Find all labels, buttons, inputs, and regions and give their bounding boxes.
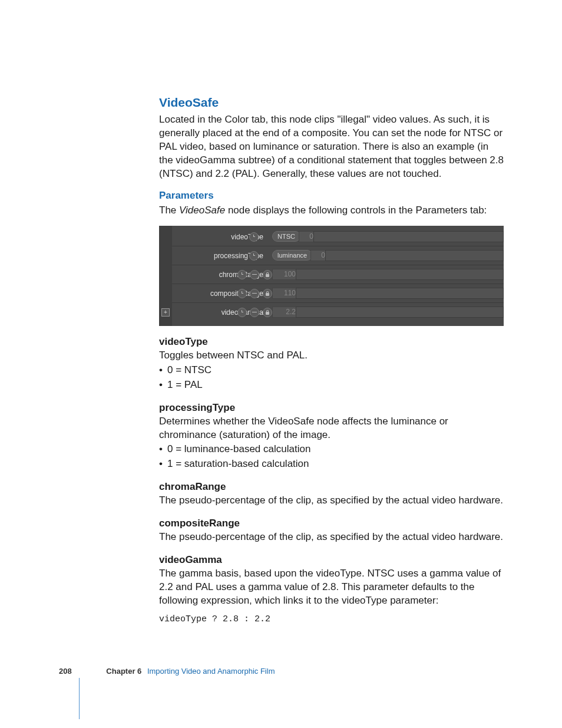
param-name: chromaRange: [159, 480, 504, 494]
list-item: 0 = NTSC: [159, 364, 504, 377]
node-name: VideoSafe: [179, 205, 225, 216]
param-desc: Determines whether the VideoSafe node af…: [159, 415, 504, 442]
expand-gutter: +: [159, 226, 172, 326]
page-number: 208: [59, 667, 72, 676]
key-icon[interactable]: [250, 289, 259, 298]
param-icons: [237, 307, 273, 317]
bullet-list: 0 = luminance-based calculation 1 = satu…: [159, 443, 504, 471]
expand-icon[interactable]: +: [161, 308, 170, 317]
param-icons: [249, 251, 259, 261]
doc-chromaRange: chromaRange The pseudo-percentage of the…: [159, 480, 504, 508]
slider-track[interactable]: [296, 288, 504, 299]
param-desc: The pseudo-percentage of the clip, as sp…: [159, 531, 504, 544]
row-videoGamma: videoGamma 2.2: [172, 304, 504, 321]
footer-rule: [79, 678, 80, 719]
list-item: 0 = luminance-based calculation: [159, 443, 504, 456]
row-chromaRange: chromaRange 100: [172, 266, 504, 284]
row-compositeRange: compositeRange 110: [172, 285, 504, 303]
doc-videoGamma: videoGamma The gamma basis, based upon t…: [159, 554, 504, 625]
row-videoType: videoType NTSC 0: [172, 228, 504, 246]
page-footer: 208 Chapter 6 Importing Video and Anamor…: [59, 666, 275, 677]
key-icon[interactable]: [250, 308, 259, 317]
param-name: videoType: [159, 335, 504, 349]
doc-compositeRange: compositeRange The pseudo-percentage of …: [159, 517, 504, 544]
section-heading: VideoSafe: [159, 94, 504, 111]
parameters-heading: Parameters: [159, 189, 504, 203]
lock-icon[interactable]: [263, 289, 272, 298]
clock-icon[interactable]: [249, 232, 259, 242]
param-icons: [237, 288, 273, 298]
chapter-label: Chapter 6: [106, 667, 141, 676]
enum-pill[interactable]: luminance: [272, 250, 312, 261]
clock-icon[interactable]: [237, 289, 247, 298]
param-desc: The pseudo-percentage of the clip, as sp…: [159, 494, 504, 508]
lock-icon[interactable]: [263, 270, 272, 279]
enum-pill[interactable]: NTSC: [272, 231, 300, 242]
param-name: videoGamma: [159, 554, 504, 567]
key-icon[interactable]: [250, 270, 259, 279]
clock-icon[interactable]: [237, 270, 247, 279]
doc-processingType: processingType Determines whether the Vi…: [159, 401, 504, 472]
param-desc: Toggles between NTSC and PAL.: [159, 349, 504, 363]
bullet-list: 0 = NTSC 1 = PAL: [159, 364, 504, 392]
list-item: 1 = saturation-based calculation: [159, 457, 504, 471]
text: node displays the following controls in …: [225, 205, 487, 216]
clock-icon[interactable]: [249, 251, 259, 261]
param-icons: [249, 232, 259, 242]
clock-icon[interactable]: [237, 308, 247, 317]
param-icons: [237, 269, 273, 279]
chapter-title: Importing Video and Anamorphic Film: [147, 667, 275, 676]
intro-paragraph: Located in the Color tab, this node clip…: [159, 113, 504, 181]
slider-track[interactable]: [313, 231, 504, 242]
slider-track[interactable]: [296, 269, 504, 280]
param-name: compositeRange: [159, 517, 504, 531]
slider-track[interactable]: [325, 250, 504, 261]
value-field[interactable]: 110: [272, 288, 299, 299]
doc-videoType: videoType Toggles between NTSC and PAL. …: [159, 335, 504, 392]
value-field[interactable]: 100: [272, 269, 299, 280]
text: The: [159, 205, 179, 216]
lock-icon[interactable]: [263, 308, 272, 317]
list-item: 1 = PAL: [159, 378, 504, 392]
slider-track[interactable]: [296, 307, 504, 318]
parameters-intro: The VideoSafe node displays the followin…: [159, 204, 504, 218]
code-expression: videoType ? 2.8 : 2.2: [159, 614, 504, 625]
parameters-panel: + videoType NTSC 0 processingType lumina…: [159, 226, 504, 326]
row-processingType: processingType luminance 0: [172, 247, 504, 265]
param-name: processingType: [159, 401, 504, 415]
value-field[interactable]: 2.2: [272, 307, 299, 318]
param-desc: The gamma basis, based upon the videoTyp…: [159, 567, 504, 608]
